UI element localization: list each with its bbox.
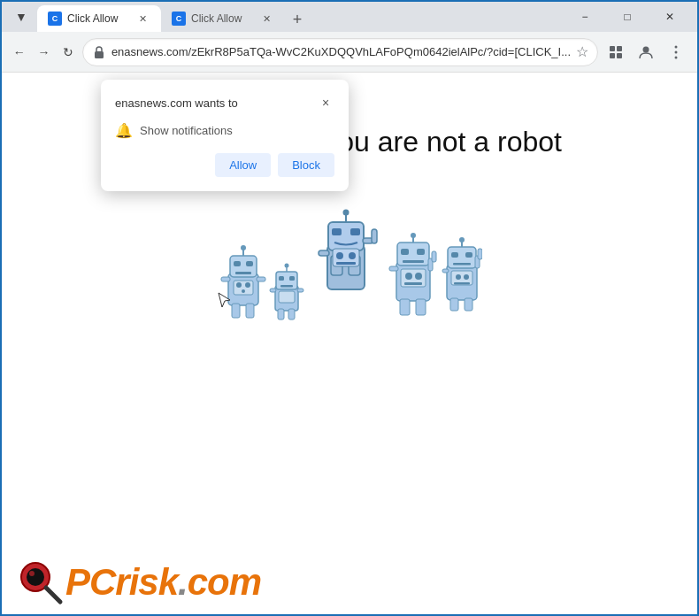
svg-rect-18 (232, 304, 240, 318)
svg-rect-76 (442, 269, 449, 273)
notif-header: enasnews.com wants to × (115, 94, 334, 112)
svg-rect-60 (432, 251, 436, 262)
notification-popup: enasnews.com wants to × 🔔 Show notificat… (101, 80, 349, 191)
svg-rect-73 (453, 263, 471, 266)
robots-svg (217, 194, 482, 335)
block-button[interactable]: Block (278, 153, 334, 177)
tab-close-1[interactable]: ✕ (134, 11, 150, 27)
svg-point-65 (415, 273, 422, 280)
pcrisk-pc: PC (65, 561, 115, 603)
svg-point-48 (336, 252, 343, 259)
browser-content: enasnews.com wants to × 🔔 Show notificat… (2, 73, 697, 616)
svg-point-12 (241, 245, 246, 250)
svg-rect-61 (400, 299, 410, 315)
titlebar-left: ▼ (9, 4, 34, 29)
bookmark-icon[interactable]: ☆ (576, 43, 588, 60)
svg-rect-77 (450, 298, 458, 311)
site-security-icon (92, 45, 106, 59)
tab-list-btn[interactable]: ▼ (9, 4, 34, 29)
close-button[interactable]: ✕ (649, 2, 690, 32)
svg-rect-17 (257, 277, 265, 281)
svg-point-5 (643, 46, 649, 52)
svg-rect-40 (332, 228, 342, 235)
svg-rect-30 (280, 285, 293, 288)
address-bar[interactable]: enasnews.com/zEkrR8P5aTQa-WvC2KuXDQQVhLA… (82, 38, 598, 66)
pcrisk-dot: . (178, 561, 188, 603)
tab-title-2: Click Allow (191, 12, 253, 25)
svg-rect-58 (389, 266, 398, 271)
url-text: enasnews.com/zEkrR8P5aTQa-WvC2KuXDQQVhLA… (111, 45, 571, 58)
svg-rect-37 (328, 222, 364, 250)
svg-point-81 (464, 274, 469, 280)
pcrisk-risk: risk (115, 561, 178, 603)
notif-item-notifications: 🔔 Show notifications (115, 122, 334, 139)
svg-rect-56 (417, 249, 425, 255)
extensions-button[interactable] (602, 38, 630, 66)
svg-rect-31 (270, 289, 276, 292)
notif-close-button[interactable]: × (317, 94, 334, 112)
svg-rect-32 (297, 289, 303, 292)
svg-point-22 (245, 282, 250, 288)
svg-rect-41 (350, 228, 360, 235)
window-controls: − □ ✕ (565, 2, 690, 32)
svg-point-8 (675, 56, 678, 58)
pcrisk-text: PCrisk.com (65, 561, 261, 604)
minimize-button[interactable]: − (565, 2, 605, 32)
svg-rect-34 (288, 309, 295, 320)
svg-rect-29 (289, 276, 295, 281)
tab-title-1: Click Allow (67, 12, 129, 25)
forward-button[interactable]: → (34, 38, 55, 66)
svg-rect-13 (234, 261, 241, 266)
svg-rect-55 (401, 249, 409, 255)
robots-illustration (217, 194, 482, 335)
svg-point-85 (29, 571, 35, 576)
maximize-button[interactable]: □ (607, 2, 648, 32)
pcrisk-magnifier-icon (16, 558, 65, 607)
bell-icon: 🔔 (115, 122, 133, 139)
svg-rect-44 (372, 229, 377, 243)
svg-rect-0 (95, 51, 104, 58)
notif-item-label: Show notifications (140, 124, 233, 137)
footer-logo: PCrisk.com (16, 558, 261, 607)
toolbar-actions (602, 38, 690, 66)
menu-button[interactable] (662, 38, 690, 66)
svg-rect-14 (246, 261, 253, 266)
svg-rect-2 (617, 46, 622, 51)
new-tab-button[interactable]: + (285, 7, 310, 32)
svg-rect-33 (278, 309, 284, 320)
tab-favicon-1: C (48, 12, 62, 26)
svg-point-64 (405, 273, 412, 280)
svg-rect-42 (319, 250, 329, 256)
svg-rect-1 (610, 46, 615, 51)
svg-rect-82 (454, 282, 470, 285)
svg-rect-28 (279, 276, 284, 281)
svg-rect-71 (451, 252, 458, 258)
back-button[interactable]: ← (9, 38, 30, 66)
svg-point-6 (675, 45, 678, 48)
tab-close-2[interactable]: ✕ (258, 11, 274, 27)
svg-rect-4 (617, 53, 622, 58)
svg-rect-78 (465, 298, 472, 311)
svg-rect-3 (610, 53, 615, 58)
pcrisk-com: com (188, 561, 261, 603)
tab-inactive[interactable]: C Click Allow ✕ (161, 5, 285, 32)
allow-button[interactable]: Allow (215, 153, 271, 177)
svg-point-27 (285, 264, 289, 268)
svg-point-39 (343, 210, 350, 216)
svg-rect-75 (478, 249, 482, 259)
tab-active[interactable]: C Click Allow ✕ (37, 5, 161, 32)
svg-rect-50 (336, 262, 356, 265)
svg-rect-66 (404, 282, 422, 285)
svg-point-84 (27, 568, 44, 586)
svg-point-80 (456, 274, 461, 280)
profile-button[interactable] (632, 38, 660, 66)
titlebar: ▼ C Click Allow ✕ C Click Allow ✕ + − □ … (2, 2, 697, 32)
svg-rect-16 (221, 277, 230, 281)
browser-toolbar: ← → ↻ enasnews.com/zEkrR8P5aTQa-WvC2KuXD… (2, 32, 697, 73)
svg-rect-57 (403, 260, 424, 263)
tab-favicon-2: C (172, 12, 186, 26)
svg-rect-15 (235, 272, 251, 274)
reload-button[interactable]: ↻ (58, 38, 79, 66)
svg-point-21 (236, 282, 242, 288)
svg-rect-62 (416, 299, 426, 315)
